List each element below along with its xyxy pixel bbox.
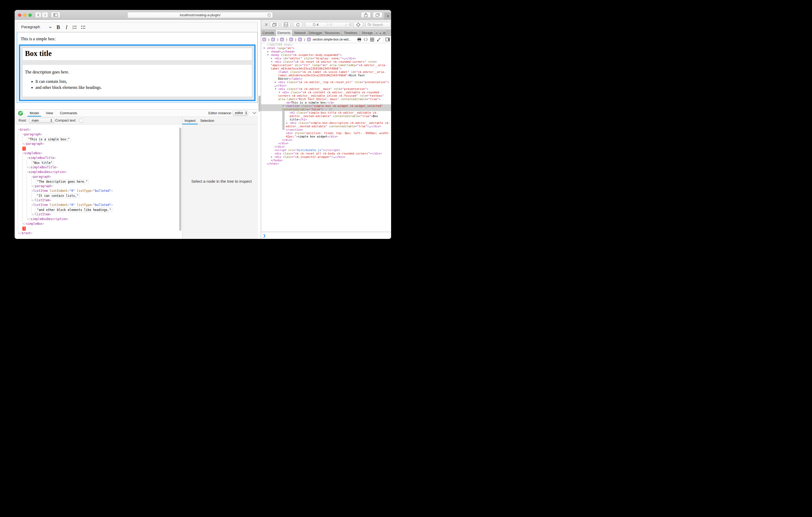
paintbrush-icon[interactable]: [376, 37, 381, 41]
dom-tree-line[interactable]: label_e63cbbfece34c53ce23501062343f49b8"…: [261, 67, 391, 70]
model-tree-row[interactable]: </simpleBox>: [14, 221, 182, 226]
dom-tree-line[interactable]: <h1 class="simple-box-title ck-editor__e…: [261, 111, 391, 115]
disclosure-open-icon[interactable]: ▼: [271, 60, 272, 63]
collapse-inspector-icon[interactable]: [252, 112, 257, 114]
dom-tree-line[interactable]: <!DOCTYPE html>: [261, 43, 391, 47]
model-tree-row[interactable]: </simpleBoxTitle>: [14, 165, 182, 170]
dom-tree-line[interactable]: </body>: [261, 159, 391, 162]
simple-box-title[interactable]: Box title: [22, 48, 252, 61]
tab-selection[interactable]: Selection: [198, 117, 216, 124]
list-item[interactable]: It can contain lists,: [36, 79, 250, 84]
disclosure-closed-icon[interactable]: ▶: [275, 81, 276, 84]
editor-paragraph[interactable]: This is a simple box:: [21, 37, 254, 41]
model-tree-row[interactable]: "It can contain lists,": [14, 193, 182, 198]
disclosure-closed-icon[interactable]: ▶: [286, 121, 288, 125]
dom-tree-line[interactable]: contenteditable="false"> = $0: [261, 108, 391, 111]
dom-tree-line[interactable]: ▶<div id="editor" style="display: none;"…: [261, 57, 391, 60]
share-button[interactable]: [361, 12, 371, 18]
dock-bottom-button[interactable]: [281, 22, 291, 28]
element-badge[interactable]: E: [298, 38, 302, 41]
model-tree-row[interactable]: </paragraph>: [14, 142, 182, 146]
dom-tree-line[interactable]: <p>This is a simple box:</p>: [261, 101, 391, 104]
box-title-heading[interactable]: Box title: [25, 50, 250, 58]
more-tabs-icon[interactable]: »: [375, 30, 379, 36]
bulleted-list-button[interactable]: [81, 22, 86, 32]
dom-tree-line[interactable]: ▶<div class="ck-inspector-wrapper">…</di…: [261, 155, 391, 159]
dom-tree-line[interactable]: </div>: [261, 138, 391, 142]
dom-tree-line[interactable]: ▼<div class="ck ck-content ck-editor__ed…: [261, 91, 391, 94]
close-devtools-button[interactable]: [263, 22, 269, 27]
heading-dropdown[interactable]: Paragraph: [21, 25, 40, 29]
settings-gear-icon[interactable]: ⚙: [382, 30, 386, 36]
dom-tree-line[interactable]: ▼<section class="simple-box ck-widget ck…: [261, 104, 391, 108]
print-icon[interactable]: [357, 38, 361, 41]
compact-text-checkbox[interactable]: [80, 119, 83, 122]
dom-tree-line[interactable]: </div>: [261, 142, 391, 145]
devtools-tab-elements[interactable]: Elements: [276, 30, 292, 36]
dom-tree-line[interactable]: …</div>: [261, 84, 391, 87]
italic-button[interactable]: I: [66, 22, 67, 32]
editor-instance-select[interactable]: editor: [233, 111, 248, 116]
reload-icon[interactable]: [267, 13, 271, 17]
url-bar[interactable]: localhost/creating-a-plugin/: [127, 12, 273, 18]
element-badge[interactable]: E: [280, 38, 284, 41]
back-button[interactable]: [35, 12, 41, 18]
disclosure-open-icon[interactable]: ▼: [279, 91, 280, 94]
devtools-tab-debugger[interactable]: Debugger: [308, 30, 323, 36]
model-tree-row[interactable]: <paragraph>: [14, 132, 182, 137]
devtools-tab-storage[interactable]: Storage: [360, 30, 375, 36]
code-brackets-icon[interactable]: [364, 38, 368, 41]
disclosure-open-icon[interactable]: ▼: [275, 87, 276, 91]
issues-summary-button[interactable]: 4 0 0: [305, 22, 351, 28]
minimize-window-button[interactable]: [23, 13, 26, 17]
dom-tree-line[interactable]: <div class="ck ck-reset_all ck-body ck-r…: [261, 152, 391, 155]
element-badge[interactable]: E: [271, 38, 275, 41]
simple-box-widget[interactable]: Box title The description goes here. It …: [19, 44, 256, 101]
breadcrumb-selected[interactable]: section.simple-box.ck-wid...: [313, 38, 351, 41]
element-badge[interactable]: E: [289, 38, 293, 41]
devtools-tab-resources[interactable]: Resources: [323, 30, 342, 36]
box-description-paragraph[interactable]: The description goes here.: [25, 70, 250, 74]
model-tree-row[interactable]: "Box title": [14, 160, 182, 165]
dom-tree-line[interactable]: label_e63cbbfece34c53ce23501062343f49b8"…: [261, 74, 391, 77]
dom-tree-line[interactable]: Editor</label>: [261, 77, 391, 81]
model-tree-row[interactable]: </simpleBoxDescription>: [14, 217, 182, 221]
new-tab-button[interactable]: +: [384, 12, 391, 20]
disclosure-closed-icon[interactable]: ▶: [267, 50, 269, 53]
model-tree-row[interactable]: [: [14, 146, 182, 151]
devtools-tab-console[interactable]: Console: [261, 30, 276, 36]
dom-tree-line[interactable]: ▶<div class="simple-box-description ck-e…: [261, 121, 391, 125]
list-item[interactable]: and other block elements like headings.: [36, 85, 250, 90]
model-tree-row[interactable]: <simpleBox>: [14, 151, 182, 155]
disclosure-open-icon[interactable]: ▼: [267, 53, 269, 57]
root-select[interactable]: main: [29, 118, 54, 123]
model-tree-row[interactable]: "The description goes here.": [14, 179, 182, 184]
dom-tree-line[interactable]: editor__nested-editable" contenteditable…: [261, 125, 391, 128]
chevron-down-icon[interactable]: [49, 26, 52, 28]
model-tree-row[interactable]: <paragraph>: [14, 174, 182, 179]
element-picker-button[interactable]: [353, 22, 363, 28]
tab-model[interactable]: Model: [27, 110, 41, 117]
model-tree-row[interactable]: "This is a simple box:": [14, 137, 182, 142]
dom-tree-line[interactable]: </html>: [261, 162, 391, 165]
reload-page-button[interactable]: [293, 22, 302, 28]
dom-tree-line[interactable]: ▼<div class="ck ck-editor__main" role="p…: [261, 87, 391, 91]
disclosure-closed-icon[interactable]: ▶: [271, 57, 272, 60]
disclosure-closed-icon[interactable]: ▶: [271, 155, 272, 159]
page-scrollbar[interactable]: [258, 20, 261, 239]
disclosure-open-icon[interactable]: ▼: [283, 104, 284, 108]
scrollbar-thumb[interactable]: [258, 96, 261, 112]
model-tree-row[interactable]: </$root>: [14, 231, 182, 236]
model-tree-row[interactable]: <listItem listIndent="0" listType="bulle…: [14, 203, 182, 207]
bold-button[interactable]: B: [57, 22, 60, 32]
close-window-button[interactable]: [18, 13, 21, 17]
tab-commands[interactable]: Commands: [58, 110, 79, 117]
dom-tree-line[interactable]: </section>: [261, 128, 391, 131]
dom-tree-line[interactable]: <label class="ck ck-label ck-voice-label…: [261, 70, 391, 74]
element-badge[interactable]: E: [262, 38, 266, 41]
tab-overview-button[interactable]: [373, 12, 382, 18]
devtools-tab-network[interactable]: Network: [292, 30, 308, 36]
dom-tree-line[interactable]: aria-label="Rich Text Editor, main" cont…: [261, 97, 391, 101]
search-input[interactable]: Search: [366, 22, 390, 28]
model-tree-row[interactable]: </listItem>: [14, 212, 182, 217]
